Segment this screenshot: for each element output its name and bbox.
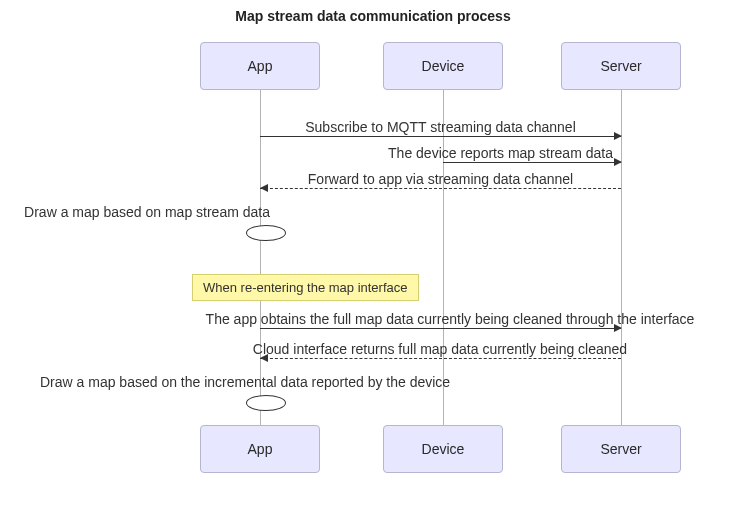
actor-app-top: App: [200, 42, 320, 90]
msg-draw-map-2-loop: [246, 395, 286, 411]
actor-device-bottom: Device: [383, 425, 503, 473]
actor-server-bottom: Server: [561, 425, 681, 473]
msg-device-reports-line: [443, 162, 621, 163]
msg-device-reports-arrowhead: [614, 158, 622, 166]
actor-server-top: Server: [561, 42, 681, 90]
msg-forward-line: [260, 188, 621, 189]
msg-obtain-full-label: The app obtains the full map data curren…: [180, 311, 720, 327]
msg-obtain-full-line: [260, 328, 621, 329]
msg-forward-arrowhead: [260, 184, 268, 192]
msg-cloud-returns-line: [260, 358, 621, 359]
msg-forward-label: Forward to app via streaming data channe…: [260, 171, 621, 187]
msg-cloud-returns-arrowhead: [260, 354, 268, 362]
diagram-title: Map stream data communication process: [0, 8, 746, 24]
note-reenter: When re-entering the map interface: [192, 274, 419, 301]
msg-draw-map-1-loop: [246, 225, 286, 241]
msg-subscribe-line: [260, 136, 621, 137]
actor-device-top: Device: [383, 42, 503, 90]
msg-obtain-full-arrowhead: [614, 324, 622, 332]
msg-device-reports-label: The device reports map stream data: [380, 145, 621, 161]
msg-subscribe-label: Subscribe to MQTT streaming data channel: [260, 119, 621, 135]
actor-app-bottom: App: [200, 425, 320, 473]
lifeline-server: [621, 90, 622, 425]
msg-subscribe-arrowhead: [614, 132, 622, 140]
msg-draw-map-2-label: Draw a map based on the incremental data…: [40, 374, 580, 390]
msg-cloud-returns-label: Cloud interface returns full map data cu…: [220, 341, 660, 357]
msg-draw-map-1-label: Draw a map based on map stream data: [0, 204, 370, 220]
